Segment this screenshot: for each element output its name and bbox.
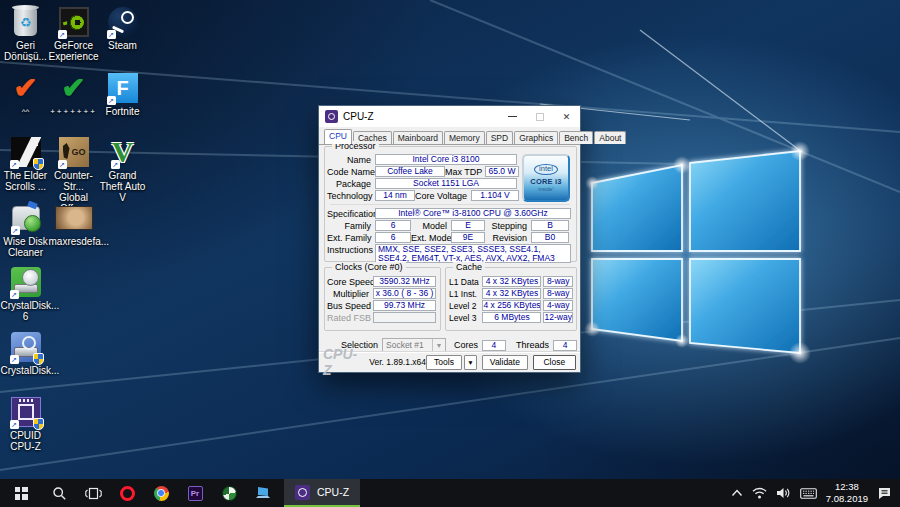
desktop-icon-gtav[interactable]: V Grand Theft Auto V xyxy=(99,136,146,203)
desktop-icon-steam[interactable]: Steam xyxy=(99,6,146,51)
minimize-button[interactable] xyxy=(499,106,526,127)
ext-model-field[interactable]: 9E xyxy=(451,232,485,243)
task-view-button[interactable] xyxy=(76,479,110,507)
tools-dropdown-arrow[interactable]: ▼ xyxy=(464,355,477,370)
ext-family-label: Ext. Family xyxy=(327,233,375,243)
level2-size-field[interactable]: 4 x 256 KBytes xyxy=(482,300,541,311)
green-check-icon: ✔ xyxy=(61,73,85,103)
tab-memory[interactable]: Memory xyxy=(444,131,485,144)
family-field[interactable]: 6 xyxy=(375,220,411,231)
bus-speed-field[interactable]: 99.73 MHz xyxy=(373,300,436,311)
action-center-icon[interactable] xyxy=(877,487,892,500)
family-label: Family xyxy=(327,221,375,231)
l1-data-ways-field[interactable]: 8-way xyxy=(543,276,573,287)
code-name-field[interactable]: Coffee Lake xyxy=(375,166,445,177)
model-field[interactable]: E xyxy=(451,220,485,231)
shortcut-arrow-badge xyxy=(11,226,20,235)
tab-bench[interactable]: Bench xyxy=(559,131,593,144)
rated-fsb-label: Rated FSB xyxy=(327,313,373,323)
taskbar-premiere[interactable]: Pr xyxy=(178,479,212,507)
instructions-field[interactable]: MMX, SSE, SSE2, SSE3, SSSE3, SSE4.1, SSE… xyxy=(375,244,571,263)
tab-graphics[interactable]: Graphics xyxy=(514,131,558,144)
desktop-icon-geforce[interactable]: GeForce Experience xyxy=(50,6,97,62)
taskbar: Pr CPU-Z xyxy=(0,479,900,507)
l1-data-label: L1 Data xyxy=(449,277,482,287)
keyboard-icon[interactable] xyxy=(800,488,817,499)
tab-cpu[interactable]: CPU xyxy=(324,129,352,144)
uac-shield-icon xyxy=(33,353,44,365)
level2-label: Level 2 xyxy=(449,301,482,311)
multiplier-label: Multiplier xyxy=(327,289,373,299)
desktop-icon-wise-disk-cleaner[interactable]: Wise Disk Cleaner xyxy=(2,202,49,258)
cpuz-window: CPU-Z CPU Caches Mainboard Memory SPD Gr… xyxy=(318,105,581,373)
package-field[interactable]: Socket 1151 LGA xyxy=(375,178,517,189)
name-label: Name xyxy=(327,155,375,165)
shortcut-arrow-badge xyxy=(107,96,116,105)
tab-about[interactable]: About xyxy=(594,131,626,144)
max-tdp-field[interactable]: 65.0 W xyxy=(485,166,519,177)
speaker-icon[interactable] xyxy=(776,487,791,499)
desktop-icon-elder-scrolls[interactable]: The Elder Scrolls ... xyxy=(2,136,49,192)
shortcut-arrow-badge xyxy=(107,30,116,39)
core-speed-field[interactable]: 3590.32 MHz xyxy=(373,276,436,287)
level3-ways-field[interactable]: 12-way xyxy=(543,312,573,323)
processor-group: Processor Name Intel Core i3 8100 Code N… xyxy=(324,146,577,262)
multiplier-field[interactable]: x 36.0 ( 8 - 36 ) xyxy=(373,288,436,299)
windows-logo-icon xyxy=(15,487,28,500)
desktop-icon-fortnite[interactable]: Fortnite xyxy=(99,72,146,117)
desktop-icon-label: Grand Theft Auto V xyxy=(99,170,146,203)
cores-field[interactable]: 4 xyxy=(482,340,506,351)
desktop-icon-orange-check[interactable]: ✔ ^^ xyxy=(2,72,49,117)
taskbar-wise-disk-cleaner[interactable] xyxy=(212,479,246,507)
desktop-icon-maxresdefault[interactable]: maxresdefa... xyxy=(50,202,97,247)
desktop-icon-cpuz[interactable]: CPUID CPU-Z xyxy=(2,396,49,452)
taskbar-clock[interactable]: 12:38 7.08.2019 xyxy=(826,481,868,505)
threads-field[interactable]: 4 xyxy=(553,340,577,351)
l1-inst-label: L1 Inst. xyxy=(449,289,482,299)
maximize-button[interactable] xyxy=(526,106,553,127)
core-voltage-field[interactable]: 1.104 V xyxy=(471,190,519,201)
revision-field[interactable]: B0 xyxy=(531,232,569,243)
package-label: Package xyxy=(327,179,375,189)
cores-label: Cores xyxy=(454,340,482,350)
close-button[interactable]: Close xyxy=(533,355,576,370)
chrome-icon xyxy=(154,486,169,501)
desktop-icon-recycle-bin[interactable]: Geri Dönüşü... xyxy=(2,6,49,62)
clocks-group-label: Clocks (Core #0) xyxy=(332,262,406,272)
tab-spd[interactable]: SPD xyxy=(486,131,513,144)
wifi-icon[interactable] xyxy=(752,487,767,499)
l1-data-size-field[interactable]: 4 x 32 KBytes xyxy=(482,276,541,287)
desktop-icon-crystaldiskmark[interactable]: CrystalDisk... 6 xyxy=(2,266,49,322)
cpu-name-field[interactable]: Intel Core i3 8100 xyxy=(375,154,517,165)
validate-button[interactable]: Validate xyxy=(482,355,527,370)
desktop-icon-label: maxresdefa... xyxy=(49,236,99,247)
taskbar-this-pc[interactable] xyxy=(246,479,280,507)
desktop-icon-green-check[interactable]: ✔ +++++++ xyxy=(50,72,97,117)
uac-shield-icon xyxy=(33,158,44,170)
recycle-bin-icon xyxy=(14,8,37,36)
tools-button[interactable]: Tools xyxy=(426,355,462,370)
taskbar-cpuz-button[interactable]: CPU-Z xyxy=(284,479,360,507)
close-icon[interactable] xyxy=(553,106,580,127)
window-titlebar[interactable]: CPU-Z xyxy=(319,106,580,127)
taskbar-opera[interactable] xyxy=(110,479,144,507)
orange-check-icon: ✔ xyxy=(13,73,37,103)
system-tray: 12:38 7.08.2019 xyxy=(731,479,900,507)
socket-selection-dropdown[interactable]: Socket #1 ▼ xyxy=(382,338,446,352)
specification-field[interactable]: Intel® Core™ i3-8100 CPU @ 3.60GHz xyxy=(375,208,571,219)
taskbar-chrome[interactable] xyxy=(144,479,178,507)
ext-family-field[interactable]: 6 xyxy=(375,232,411,243)
level3-size-field[interactable]: 6 MBytes xyxy=(482,312,541,323)
instructions-label: Instructions xyxy=(327,244,375,255)
desktop-icon-crystaldiskinfo[interactable]: CrystalDisk... xyxy=(2,331,49,376)
search-button[interactable] xyxy=(42,479,76,507)
desktop-icon-label: CrystalDisk... xyxy=(1,365,51,376)
stepping-field[interactable]: B xyxy=(531,220,569,231)
l1-inst-ways-field[interactable]: 8-way xyxy=(543,288,573,299)
tab-mainboard[interactable]: Mainboard xyxy=(393,131,443,144)
tray-chevron-up-icon[interactable] xyxy=(731,489,743,497)
level2-ways-field[interactable]: 4-way xyxy=(543,300,573,311)
start-button[interactable] xyxy=(0,479,42,507)
l1-inst-size-field[interactable]: 4 x 32 KBytes xyxy=(482,288,541,299)
technology-field[interactable]: 14 nm xyxy=(375,190,415,201)
